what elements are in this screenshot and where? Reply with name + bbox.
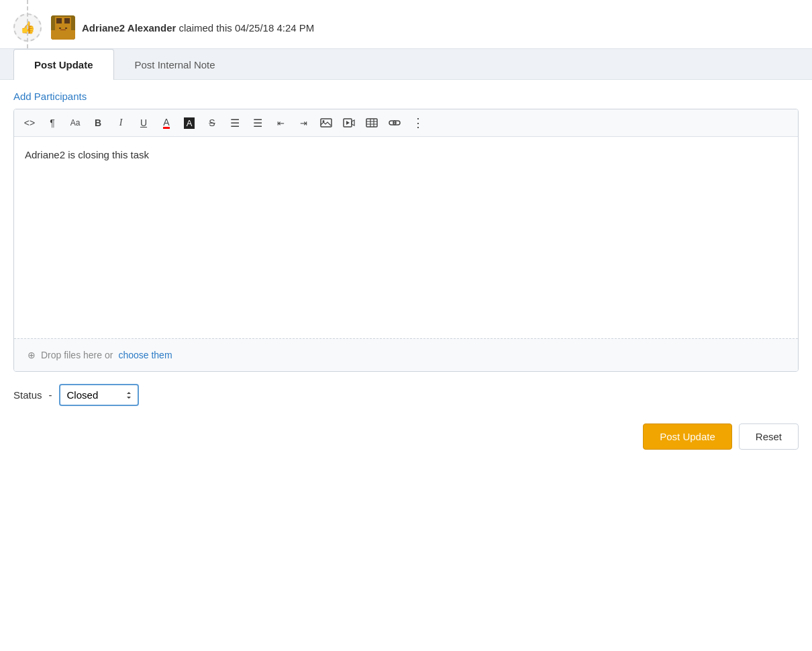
toolbar-video-btn[interactable] — [339, 113, 359, 132]
avatar — [51, 15, 75, 40]
activity-username: Adriane2 Alexander — [82, 22, 176, 34]
toolbar-link-btn[interactable] — [385, 113, 405, 132]
svg-marker-13 — [346, 121, 350, 125]
editor-toolbar: <> ¶ Aa B I U A A S ☰ ☰ ⇤ ⇥ — [14, 109, 798, 137]
editor-body[interactable]: Adriane2 is closing this task — [14, 137, 798, 338]
toolbar-table-btn[interactable] — [362, 113, 382, 132]
file-drop-zone[interactable]: ⊕ Drop files here or choose them — [14, 338, 798, 371]
svg-rect-14 — [366, 119, 377, 127]
toolbar-image-btn[interactable] — [316, 113, 336, 132]
editor-container: <> ¶ Aa B I U A A S ☰ ☰ ⇤ ⇥ — [13, 109, 799, 372]
toolbar-bg-color-btn[interactable]: A — [179, 113, 199, 132]
svg-rect-9 — [60, 30, 66, 31]
tab-post-update[interactable]: Post Update — [13, 49, 114, 80]
activity-action-text: claimed this — [179, 22, 232, 34]
status-section: Status - Open In Progress Closed Resolve… — [13, 372, 799, 417]
timeline-dashed-line — [27, 0, 28, 48]
activity-text: Adriane2 Alexander claimed this 04/25/18… — [82, 22, 314, 34]
activity-info: Adriane2 Alexander claimed this 04/25/18… — [51, 15, 314, 40]
toolbar-outdent-btn[interactable]: ⇤ — [270, 113, 291, 132]
post-update-button[interactable]: Post Update — [643, 423, 732, 450]
avatar-image — [51, 15, 75, 40]
svg-rect-8 — [65, 28, 67, 29]
toolbar-underline-btn[interactable]: U — [134, 113, 154, 132]
toolbar-ordered-list-btn[interactable]: ☰ — [248, 113, 268, 132]
svg-rect-7 — [59, 28, 61, 29]
toolbar-indent-btn[interactable]: ⇥ — [293, 113, 313, 132]
status-select[interactable]: Open In Progress Closed Resolved — [59, 384, 139, 406]
toolbar-code-btn[interactable]: <> — [19, 113, 40, 132]
tab-post-internal-note[interactable]: Post Internal Note — [114, 49, 236, 80]
toolbar-more-btn[interactable]: ⋮ — [407, 113, 427, 132]
svg-rect-4 — [55, 30, 71, 40]
svg-rect-3 — [64, 18, 70, 23]
add-participants-link[interactable]: Add Participants — [13, 80, 799, 109]
svg-rect-6 — [60, 25, 66, 30]
editor-content: Adriane2 is closing this task — [25, 149, 149, 160]
toolbar-bold-btn[interactable]: B — [88, 113, 108, 132]
choose-files-link[interactable]: choose them — [118, 350, 172, 360]
toolbar-font-color-btn[interactable]: A — [156, 113, 176, 132]
activity-timestamp: 04/25/18 4:24 PM — [235, 22, 314, 34]
toolbar-unordered-list-btn[interactable]: ☰ — [225, 113, 245, 132]
tabs-bar: Post Update Post Internal Note — [0, 48, 812, 80]
file-drop-text: Drop files here or — [41, 350, 113, 360]
action-buttons: Post Update Reset — [13, 417, 799, 456]
main-content: Add Participants <> ¶ Aa B I U A A S ☰ ☰… — [0, 80, 812, 470]
svg-rect-5 — [58, 30, 68, 36]
reset-button[interactable]: Reset — [739, 423, 799, 450]
toolbar-strikethrough-btn[interactable]: S — [202, 113, 222, 132]
toolbar-font-size-btn[interactable]: Aa — [65, 113, 85, 132]
toolbar-italic-btn[interactable]: I — [111, 113, 131, 132]
activity-row: 👍 Adriane2 Alexander — [0, 0, 812, 48]
status-label: Status — [13, 389, 42, 401]
file-drop-icon: ⊕ — [28, 350, 36, 360]
svg-rect-2 — [56, 18, 62, 23]
toolbar-paragraph-btn[interactable]: ¶ — [42, 113, 62, 132]
status-dash: - — [49, 389, 52, 401]
